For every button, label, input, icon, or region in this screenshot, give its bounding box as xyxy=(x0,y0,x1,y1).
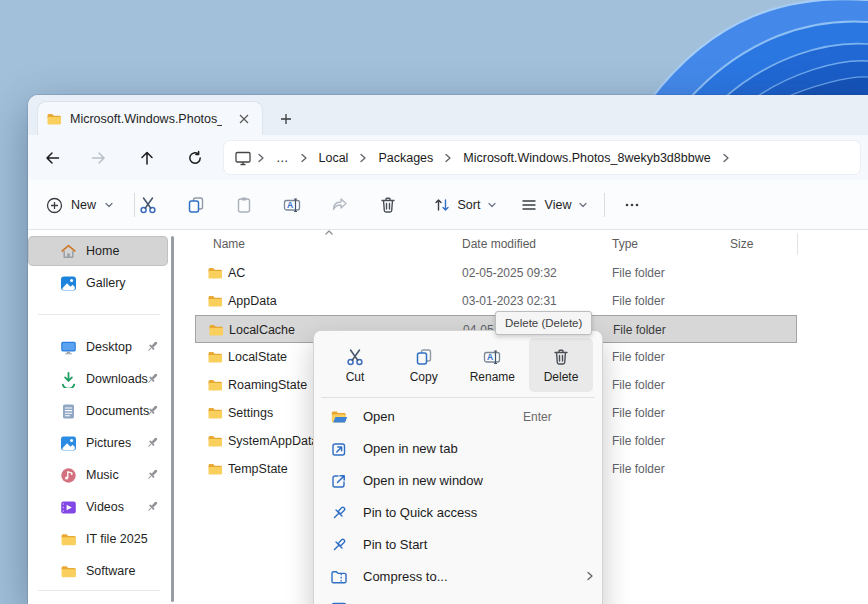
delete-tooltip: Delete (Delete) xyxy=(495,311,592,335)
breadcrumb-item-local[interactable]: Local xyxy=(313,151,355,165)
context-copy-button[interactable]: Copy xyxy=(392,338,456,392)
more-options-button[interactable] xyxy=(612,188,652,222)
pin-icon xyxy=(145,435,160,450)
chevron-right-icon xyxy=(254,151,268,165)
file-name: LocalState xyxy=(228,343,287,371)
column-header-date[interactable]: Date modified xyxy=(462,230,536,258)
back-button[interactable] xyxy=(36,142,68,174)
quick-action-label: Copy xyxy=(410,370,438,384)
sidebar-item-videos[interactable]: Videos xyxy=(28,492,168,522)
tab-close-button[interactable] xyxy=(234,109,254,129)
pin-icon xyxy=(330,536,348,554)
menu-item-compress-to[interactable]: Compress to... xyxy=(319,561,597,593)
column-header-name[interactable]: Name xyxy=(213,230,245,258)
chevron-right-icon xyxy=(441,151,455,165)
pin-icon xyxy=(145,499,160,514)
column-header-type[interactable]: Type xyxy=(612,230,638,258)
sidebar-item-documents[interactable]: Documents xyxy=(28,396,168,426)
menu-item-label: Open in new tab xyxy=(363,433,458,465)
cut-icon xyxy=(138,195,158,215)
rename-button[interactable]: A xyxy=(272,188,312,222)
sidebar-item-downloads[interactable]: Downloads xyxy=(28,364,168,394)
cut-button[interactable] xyxy=(128,188,168,222)
new-button[interactable]: New xyxy=(36,188,126,222)
view-button[interactable]: View xyxy=(514,188,594,222)
command-toolbar: New A Sort xyxy=(28,180,868,230)
sidebar-item-software[interactable]: Software xyxy=(28,556,168,586)
paste-icon xyxy=(234,195,254,215)
navigation-bar: … Local Packages Microsoft.Windows.Photo… xyxy=(28,135,868,180)
sidebar-item-it-file-2025[interactable]: IT file 2025 xyxy=(28,524,168,554)
compress-zip-icon xyxy=(330,568,348,586)
sidebar-scrollbar[interactable] xyxy=(171,236,174,602)
desktop: Microsoft.Windows.Photos_8w xyxy=(0,0,868,604)
breadcrumb[interactable]: … Local Packages Microsoft.Windows.Photo… xyxy=(224,141,860,174)
file-name: AC xyxy=(228,259,245,287)
submenu-chevron-icon xyxy=(583,569,597,583)
copy-button[interactable] xyxy=(176,188,216,222)
menu-item-label: Open xyxy=(363,401,395,433)
sort-button-label: Sort xyxy=(458,198,481,212)
refresh-button[interactable] xyxy=(179,142,211,174)
context-cut-button[interactable]: Cut xyxy=(323,338,387,392)
sidebar-item-music[interactable]: Music xyxy=(28,460,168,490)
pictures-icon xyxy=(60,435,77,452)
sidebar-item-desktop[interactable]: Desktop xyxy=(28,332,168,362)
svg-text:A: A xyxy=(487,352,493,362)
share-button[interactable] xyxy=(320,188,360,222)
chevron-right-icon xyxy=(719,151,733,165)
new-tab-button[interactable] xyxy=(274,107,298,131)
menu-item-open-in-new-tab[interactable]: Open in new tab xyxy=(319,433,597,465)
sidebar-item-pictures[interactable]: Pictures xyxy=(28,428,168,458)
menu-item-label: Copy as path xyxy=(363,593,440,604)
folder-open-icon xyxy=(330,408,348,426)
column-header-size[interactable]: Size xyxy=(730,230,753,258)
menu-item-copy-as-path[interactable]: Copy as path Ctrl+Shift+C xyxy=(319,593,597,604)
sort-ascending-icon xyxy=(323,228,335,238)
breadcrumb-item-current[interactable]: Microsoft.Windows.Photos_8wekyb3d8bbwe xyxy=(457,151,716,165)
menu-item-open[interactable]: Open Enter xyxy=(319,401,597,433)
sidebar-item-gallery[interactable]: Gallery xyxy=(28,268,168,298)
menu-item-pin-to-start[interactable]: Pin to Start xyxy=(319,529,597,561)
sidebar-item-home[interactable]: Home xyxy=(28,236,168,266)
toolbar-separator xyxy=(604,193,605,217)
rename-icon: A xyxy=(482,347,502,367)
menu-item-open-in-new-window[interactable]: Open in new window xyxy=(319,465,597,497)
breadcrumb-item-packages[interactable]: Packages xyxy=(372,151,439,165)
sidebar-item-label: Music xyxy=(86,468,119,482)
context-rename-button[interactable]: A Rename xyxy=(460,338,524,392)
forward-icon xyxy=(90,149,108,167)
file-name: AppData xyxy=(228,287,277,315)
sort-button[interactable]: Sort xyxy=(426,188,504,222)
menu-item-label: Open in new window xyxy=(363,465,483,497)
column-divider[interactable] xyxy=(797,233,798,255)
file-name: SystemAppData xyxy=(228,427,318,455)
breadcrumb-ellipsis[interactable]: … xyxy=(270,151,295,165)
paste-button[interactable] xyxy=(224,188,264,222)
pin-icon xyxy=(330,504,348,522)
up-button[interactable] xyxy=(131,142,163,174)
file-name: LocalCache xyxy=(229,316,295,344)
downloads-icon xyxy=(60,371,77,388)
sidebar-item-label: Desktop xyxy=(86,340,132,354)
folder-icon xyxy=(207,293,223,309)
trash-icon xyxy=(378,195,398,215)
column-headers: Name Date modified Type Size xyxy=(195,230,868,258)
sidebar-item-label: IT file 2025 xyxy=(86,532,148,546)
copy-as-path-icon xyxy=(330,600,348,604)
file-type: File folder xyxy=(612,427,665,455)
file-type: File folder xyxy=(613,316,666,344)
chevron-down-icon xyxy=(487,200,497,210)
forward-button[interactable] xyxy=(83,142,115,174)
sidebar-separator xyxy=(38,590,160,591)
sidebar-item-label: Documents xyxy=(86,404,149,418)
file-type: File folder xyxy=(612,399,665,427)
file-row[interactable]: AC 02-05-2025 09:32 File folder xyxy=(195,259,797,287)
explorer-tab[interactable]: Microsoft.Windows.Photos_8w xyxy=(38,102,262,135)
context-delete-button[interactable]: Delete xyxy=(529,338,593,392)
open-new-window-icon xyxy=(330,472,348,490)
menu-item-label: Pin to Quick access xyxy=(363,497,477,529)
delete-button[interactable] xyxy=(368,188,408,222)
menu-item-pin-to-quick-access[interactable]: Pin to Quick access xyxy=(319,497,597,529)
navigation-pane: Home Gallery Desktop Downloads xyxy=(28,230,195,604)
